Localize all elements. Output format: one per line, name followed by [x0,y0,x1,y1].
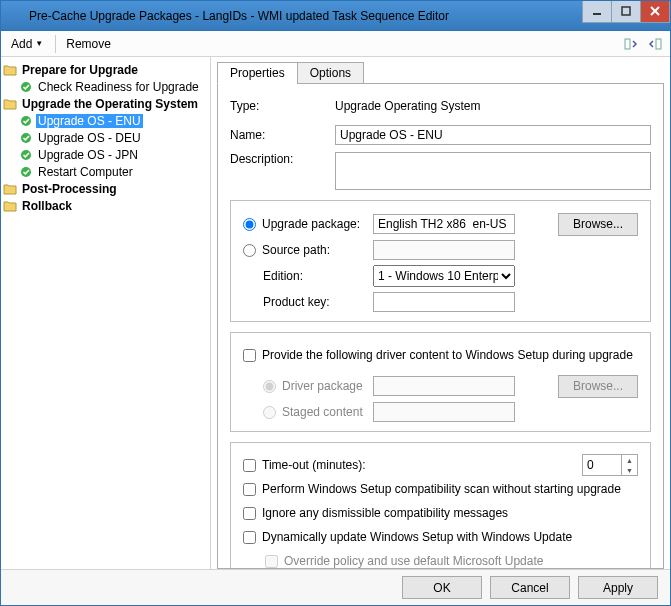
timeout-label: Time-out (minutes): [262,458,366,472]
edition-select[interactable]: 1 - Windows 10 Enterprise [373,265,515,287]
check-icon [19,165,33,179]
collapse-icon[interactable] [620,33,642,55]
toolbar: Add ▼ Remove [1,31,670,57]
close-button[interactable] [640,1,670,23]
name-input[interactable] [335,125,651,145]
step-check-readiness[interactable]: Check Readiness for Upgrade [3,78,208,95]
product-key-label: Product key: [263,295,330,309]
apply-button[interactable]: Apply [578,576,658,599]
group-label: Prepare for Upgrade [20,63,140,77]
folder-icon [3,182,17,196]
expand-icon[interactable] [644,33,666,55]
driver-content-label: Provide the following driver content to … [262,348,633,362]
upgrade-package-label: Upgrade package: [262,217,360,231]
group-prepare[interactable]: Prepare for Upgrade [3,61,208,78]
remove-button[interactable]: Remove [60,35,117,53]
source-path-value[interactable] [373,240,515,260]
browse-driver-button: Browse... [558,375,638,398]
svg-rect-4 [625,39,630,49]
driver-content-group: Provide the following driver content to … [230,332,651,432]
ignore-compat-checkbox[interactable] [243,507,256,520]
group-label: Rollback [20,199,74,213]
group-label: Upgrade the Operating System [20,97,200,111]
properties-pane: Properties Options Type: Upgrade Operati… [211,57,670,569]
remove-label: Remove [66,37,111,51]
window-title: Pre-Cache Upgrade Packages - LangIDs - W… [29,9,583,23]
add-button[interactable]: Add ▼ [5,35,49,53]
dialog-footer: OK Cancel Apply [1,569,670,605]
step-label: Restart Computer [36,165,135,179]
override-policy-checkbox [265,555,278,568]
browse-package-button[interactable]: Browse... [558,213,638,236]
source-path-label: Source path: [262,243,330,257]
svg-rect-5 [656,39,661,49]
timeout-value: 0 [583,455,621,475]
step-restart[interactable]: Restart Computer [3,163,208,180]
compat-scan-label: Perform Windows Setup compatibility scan… [262,482,621,496]
tab-strip: Properties Options [217,61,664,84]
step-label: Upgrade OS - DEU [36,131,143,145]
check-icon [19,131,33,145]
step-label: Upgrade OS - JPN [36,148,140,162]
type-label: Type: [230,99,335,113]
group-rollback[interactable]: Rollback [3,197,208,214]
check-icon [19,148,33,162]
driver-content-checkbox[interactable] [243,349,256,362]
edition-label: Edition: [263,269,303,283]
group-upgrade-os[interactable]: Upgrade the Operating System [3,95,208,112]
tab-properties[interactable]: Properties [217,62,298,84]
step-upgrade-enu[interactable]: Upgrade OS - ENU [3,112,208,129]
description-input[interactable] [335,152,651,190]
svg-rect-1 [622,7,630,15]
step-label: Upgrade OS - ENU [36,114,143,128]
group-label: Post-Processing [20,182,119,196]
minimize-button[interactable] [582,1,612,23]
step-label: Check Readiness for Upgrade [36,80,201,94]
toolbar-separator [55,35,56,53]
staged-content-value [373,402,515,422]
staged-content-radio [263,406,276,419]
dropdown-arrow-icon: ▼ [35,39,43,48]
upgrade-package-value[interactable] [373,214,515,234]
step-upgrade-jpn[interactable]: Upgrade OS - JPN [3,146,208,163]
spinner-down-icon[interactable]: ▼ [622,465,637,475]
timeout-spinner[interactable]: 0 ▲ ▼ [582,454,638,476]
additional-options-group: Time-out (minutes): 0 ▲ ▼ Perform Window… [230,442,651,569]
timeout-checkbox[interactable] [243,459,256,472]
source-path-radio[interactable] [243,244,256,257]
check-icon [19,114,33,128]
driver-package-value [373,376,515,396]
dynamic-update-checkbox[interactable] [243,531,256,544]
tab-options[interactable]: Options [297,62,364,84]
description-label: Description: [230,152,335,166]
folder-icon [3,97,17,111]
driver-package-radio [263,380,276,393]
spinner-up-icon[interactable]: ▲ [622,455,637,465]
step-tree-pane: Prepare for Upgrade Check Readiness for … [1,57,211,569]
compat-scan-checkbox[interactable] [243,483,256,496]
folder-icon [3,199,17,213]
check-icon [19,80,33,94]
driver-package-label: Driver package [282,379,363,393]
staged-content-label: Staged content [282,405,363,419]
type-value: Upgrade Operating System [335,99,480,113]
maximize-button[interactable] [611,1,641,23]
folder-icon [3,63,17,77]
step-upgrade-deu[interactable]: Upgrade OS - DEU [3,129,208,146]
product-key-input[interactable] [373,292,515,312]
group-post-processing[interactable]: Post-Processing [3,180,208,197]
title-bar: Pre-Cache Upgrade Packages - LangIDs - W… [1,1,670,31]
add-label: Add [11,37,32,51]
cancel-button[interactable]: Cancel [490,576,570,599]
dynamic-update-label: Dynamically update Windows Setup with Wi… [262,530,572,544]
ok-button[interactable]: OK [402,576,482,599]
ignore-compat-label: Ignore any dismissible compatibility mes… [262,506,508,520]
override-policy-label: Override policy and use default Microsof… [284,554,543,568]
upgrade-source-group: Upgrade package: Browse... Source path: [230,200,651,322]
name-label: Name: [230,128,335,142]
upgrade-package-radio[interactable] [243,218,256,231]
